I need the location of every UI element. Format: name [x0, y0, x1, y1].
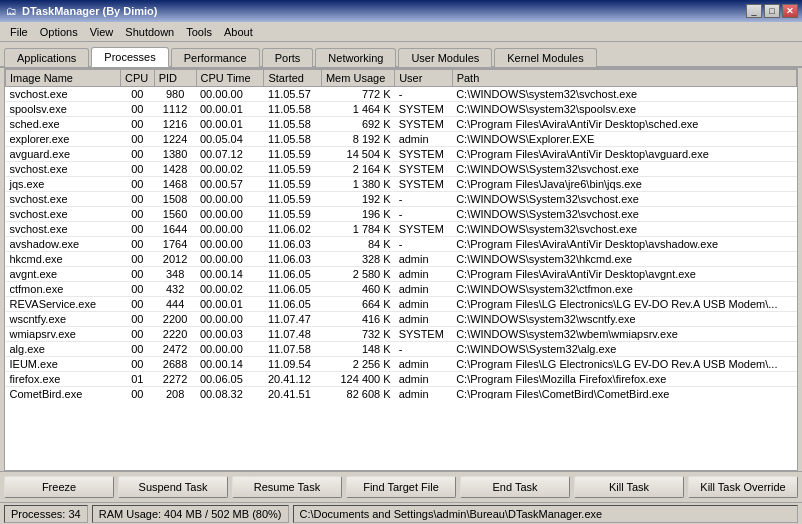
maximize-button[interactable]: □ — [764, 4, 780, 18]
table-row[interactable]: REVAService.exe0044400.00.0111.06.05664 … — [6, 297, 797, 312]
table-row[interactable]: firefox.exe01227200.06.0520.41.12124 400… — [6, 372, 797, 387]
tab-performance[interactable]: Performance — [171, 48, 260, 67]
col-mem-usage[interactable]: Mem Usage — [321, 70, 394, 87]
col-cpu-time[interactable]: CPU Time — [196, 70, 264, 87]
table-row[interactable]: ctfmon.exe0043200.00.0211.06.05460 Kadmi… — [6, 282, 797, 297]
menu-file[interactable]: File — [4, 24, 34, 40]
table-row[interactable]: svchost.exe00156000.00.0011.05.59196 K-C… — [6, 207, 797, 222]
find-target-button[interactable]: Find Target File — [346, 476, 456, 498]
table-row[interactable]: explorer.exe00122400.05.0411.05.588 192 … — [6, 132, 797, 147]
col-image-name[interactable]: Image Name — [6, 70, 121, 87]
table-row[interactable]: wsсntfy.exe00220000.00.0011.07.47416 Kad… — [6, 312, 797, 327]
tab-user-modules[interactable]: User Modules — [398, 48, 492, 67]
table-row[interactable]: avshadow.exe00176400.00.0011.06.0384 K-C… — [6, 237, 797, 252]
tabs-container: Applications Processes Performance Ports… — [0, 42, 802, 68]
table-row[interactable]: svchost.exe00164400.00.0011.06.021 784 K… — [6, 222, 797, 237]
table-row[interactable]: svсhost.exe00142800.00.0211.05.592 164 K… — [6, 162, 797, 177]
action-buttons: Freeze Suspend Task Resume Task Find Tar… — [0, 471, 802, 502]
process-table-container[interactable]: Image Name CPU PID CPU Time Started Mem … — [5, 69, 797, 399]
minimize-button[interactable]: _ — [746, 4, 762, 18]
col-user[interactable]: User — [395, 70, 453, 87]
table-row[interactable]: avgnt.exe0034800.00.1411.06.052 580 Kadm… — [6, 267, 797, 282]
process-table: Image Name CPU PID CPU Time Started Mem … — [5, 69, 797, 399]
col-pid[interactable]: PID — [154, 70, 196, 87]
app-icon: 🗂 — [4, 4, 18, 18]
kill-override-button[interactable]: Kill Task Override — [688, 476, 798, 498]
status-ram: RAM Usage: 404 MB / 502 MB (80%) — [92, 505, 289, 523]
menu-view[interactable]: View — [84, 24, 120, 40]
title-bar: 🗂 DTaskManager (By Dimio) _ □ ✕ — [0, 0, 802, 22]
table-row[interactable]: svchost.exe0098000.00.0011.05.57772 K-C:… — [6, 87, 797, 102]
end-task-button[interactable]: End Task — [460, 476, 570, 498]
table-row[interactable]: alg.exe00247200.00.0011.07.58148 K-C:\WI… — [6, 342, 797, 357]
tab-applications[interactable]: Applications — [4, 48, 89, 67]
main-content: Image Name CPU PID CPU Time Started Mem … — [4, 68, 798, 471]
table-row[interactable]: IEUM.exe00268800.00.1411.09.542 256 Kadm… — [6, 357, 797, 372]
table-row[interactable]: hkcmd.exe00201200.00.0011.06.03328 Kadmi… — [6, 252, 797, 267]
freeze-button[interactable]: Freeze — [4, 476, 114, 498]
table-row[interactable]: CometBird.exe0020800.08.3220.41.5182 608… — [6, 387, 797, 400]
window-controls: _ □ ✕ — [746, 4, 798, 18]
tab-ports[interactable]: Ports — [262, 48, 314, 67]
table-row[interactable]: sched.exe00121600.00.0111.05.58692 KSYST… — [6, 117, 797, 132]
menu-bar: File Options View Shutdown Tools About — [0, 22, 802, 42]
tab-processes[interactable]: Processes — [91, 47, 168, 67]
status-bar: Processes: 34 RAM Usage: 404 MB / 502 MB… — [0, 502, 802, 524]
col-started[interactable]: Started — [264, 70, 322, 87]
table-row[interactable]: wmiapsrv.exe00222000.00.0311.07.48732 KS… — [6, 327, 797, 342]
col-cpu[interactable]: CPU — [121, 70, 155, 87]
menu-about[interactable]: About — [218, 24, 259, 40]
status-processes: Processes: 34 — [4, 505, 88, 523]
table-row[interactable]: jqs.exe00146800.00.5711.05.591 380 KSYST… — [6, 177, 797, 192]
close-button[interactable]: ✕ — [782, 4, 798, 18]
resume-button[interactable]: Resume Task — [232, 476, 342, 498]
suspend-button[interactable]: Suspend Task — [118, 476, 228, 498]
window-title: DTaskManager (By Dimio) — [22, 5, 746, 17]
col-path[interactable]: Path — [452, 70, 796, 87]
tab-kernel-modules[interactable]: Kernel Modules — [494, 48, 596, 67]
tab-networking[interactable]: Networking — [315, 48, 396, 67]
menu-tools[interactable]: Tools — [180, 24, 218, 40]
status-path: C:\Documents and Settings\admin\Bureau\D… — [293, 505, 799, 523]
table-row[interactable]: spoolsv.exe00111200.00.0111.05.581 464 K… — [6, 102, 797, 117]
kill-task-button[interactable]: Kill Task — [574, 476, 684, 498]
menu-shutdown[interactable]: Shutdown — [119, 24, 180, 40]
table-row[interactable]: svchost.exe00150800.00.0011.05.59192 K-C… — [6, 192, 797, 207]
menu-options[interactable]: Options — [34, 24, 84, 40]
table-row[interactable]: avguard.exe00138000.07.1211.05.5914 504 … — [6, 147, 797, 162]
